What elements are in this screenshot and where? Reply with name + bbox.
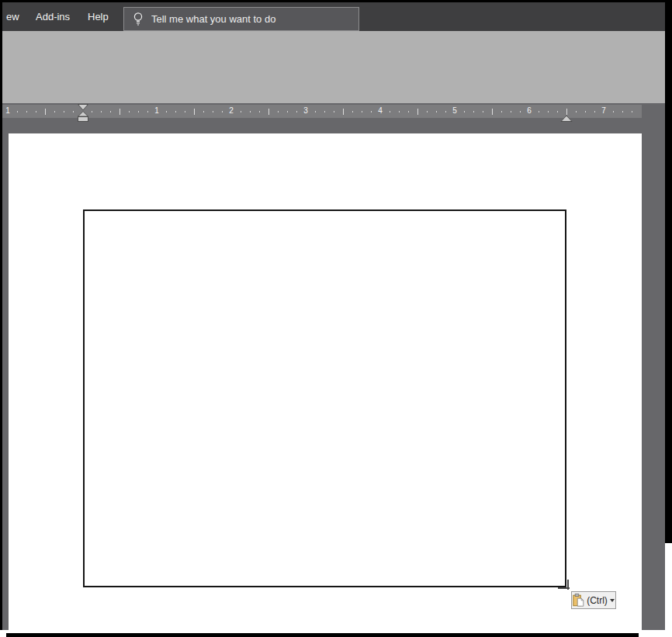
pasted-rectangle-shape[interactable] [83, 209, 566, 587]
ruler-tick [138, 111, 139, 113]
ruler-tick [585, 111, 586, 113]
ruler-tick [436, 111, 437, 113]
ruler-tick [36, 111, 36, 113]
menu-tab-partial[interactable]: ew [6, 2, 19, 31]
paste-artifact [558, 587, 570, 589]
paste-options-label: (Ctrl) [587, 595, 608, 606]
ruler-tick [445, 111, 446, 113]
ruler-number: 5 [447, 106, 462, 115]
ruler-tick [576, 111, 577, 113]
ruler-tick [250, 111, 251, 113]
ruler-tick [203, 111, 204, 113]
tell-me-search[interactable] [123, 7, 359, 31]
ruler-tick [175, 111, 176, 113]
ruler-tick [296, 111, 297, 113]
ruler-number: 6 [521, 106, 537, 115]
ruler-tick [473, 111, 474, 113]
paste-clipboard-icon [573, 594, 584, 607]
ruler-tick [492, 109, 493, 115]
word-window: ew Add-ins Help [0, 0, 672, 637]
ruler-number: 1 [149, 106, 165, 115]
ruler-tick [54, 111, 55, 113]
ruler-number: 7 [596, 106, 611, 115]
ruler-number: 3 [298, 106, 313, 115]
ruler-tick [315, 111, 316, 113]
ruler-number: 1 [0, 106, 16, 115]
lightbulb-icon [133, 12, 144, 26]
window-border [6, 633, 639, 637]
ruler-tick [45, 109, 46, 115]
ruler-tick [241, 111, 241, 113]
ruler-tick [278, 111, 279, 113]
ruler-tick [557, 111, 558, 113]
ruler-tick [194, 109, 195, 115]
ruler-tick [427, 111, 428, 113]
ruler-tick [213, 111, 213, 113]
ruler-tick [334, 111, 334, 113]
ruler-tick [483, 111, 483, 113]
window-border [665, 0, 672, 543]
ruler-tick [520, 111, 521, 113]
menu-tab-add-ins[interactable]: Add-ins [36, 2, 70, 31]
ruler-tick [222, 111, 223, 113]
ruler-tick [92, 111, 92, 113]
search-input[interactable] [150, 12, 347, 26]
menu-bar: ew Add-ins Help [2, 2, 665, 31]
ruler-tick [390, 111, 390, 113]
ruler-tick [362, 111, 362, 113]
ruler-tick [622, 111, 623, 113]
ruler-tick [110, 111, 111, 113]
ruler-tick [268, 109, 269, 115]
dropdown-arrow-icon [610, 599, 615, 602]
ruler-tick [594, 111, 595, 113]
ruler-tick [147, 111, 148, 113]
ruler-tick [464, 111, 465, 113]
ruler-number: 4 [372, 106, 388, 115]
menu-tab-help[interactable]: Help [88, 2, 109, 31]
ruler-number: 2 [223, 106, 239, 115]
ruler-tick [287, 111, 288, 113]
paste-options-button[interactable]: (Ctrl) [571, 591, 616, 609]
ruler-tick [259, 111, 260, 113]
ruler-tick [511, 111, 511, 113]
window-border [0, 0, 2, 630]
ruler-tick [166, 111, 167, 113]
indent-markers[interactable] [77, 104, 89, 126]
ruler-tick [548, 111, 549, 113]
ribbon [2, 31, 665, 103]
ruler-tick [501, 111, 502, 113]
ruler-tick [324, 111, 325, 113]
ruler-tick [632, 111, 632, 113]
ruler-tick [185, 111, 185, 113]
ruler-tick [120, 109, 120, 115]
ruler-tick [64, 111, 64, 113]
ruler-tick [613, 111, 614, 113]
right-indent-marker[interactable] [560, 112, 573, 126]
ruler-tick [352, 111, 353, 113]
ruler-tick [129, 111, 130, 113]
ruler-tick [408, 111, 409, 113]
ruler-tick [17, 111, 18, 113]
ruler-tick [371, 111, 372, 113]
ruler-tick [26, 111, 27, 113]
horizontal-ruler[interactable]: 11234567 [2, 105, 642, 118]
ruler-tick [399, 111, 400, 113]
ruler-tick [539, 111, 539, 113]
ruler-tick [343, 109, 344, 115]
ruler-tick [73, 111, 74, 113]
ruler-tick [101, 111, 102, 113]
ruler-tick [417, 109, 418, 115]
window-border [0, 0, 672, 2]
